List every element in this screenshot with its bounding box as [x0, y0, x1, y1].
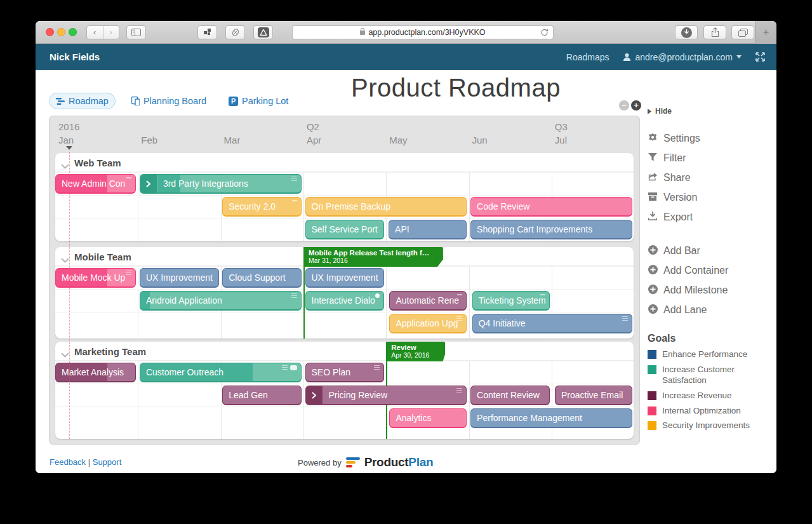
feedback-link[interactable]: Feedback [50, 457, 86, 467]
bar-label: Application Upg [396, 318, 458, 328]
roadmap-bar[interactable]: Self Service Port [305, 220, 385, 239]
add-container-button[interactable]: Add Container [648, 264, 775, 277]
add-lane-button[interactable]: Add Lane [648, 304, 775, 316]
chevron-down-icon[interactable] [61, 254, 69, 265]
milestone-flag[interactable]: ReviewApr 30, 2016 [386, 342, 445, 361]
roadmap-bar[interactable]: Application Upg [389, 314, 467, 333]
minimize-window-button[interactable] [57, 28, 65, 36]
share-page-button[interactable] [703, 25, 726, 39]
lane-header: Web Team [55, 153, 634, 172]
roadmap-bar[interactable]: Pricing Review [305, 386, 467, 405]
extension-button-grid[interactable] [197, 25, 217, 39]
dot-icon[interactable] [375, 293, 380, 298]
version-button[interactable]: Version [648, 191, 775, 204]
roadmap-bar[interactable]: API [389, 220, 467, 239]
sidebar-toggle-button[interactable] [126, 25, 146, 39]
roadmap-bar[interactable]: Performance Management [470, 408, 632, 428]
roadmap-bar[interactable]: Automatic Rene [389, 291, 467, 311]
hide-sidebar-button[interactable]: Hide [648, 107, 775, 116]
plus-circle-icon [648, 245, 658, 257]
roadmap-bar[interactable]: 3rd Party Integrations [140, 174, 302, 194]
forward-button[interactable]: › [103, 26, 119, 39]
address-bar[interactable]: app.productplan.com/3H0yVKKO [292, 25, 554, 39]
roadmap-bar[interactable]: UX Improvement [305, 268, 385, 288]
chevron-down-icon[interactable] [61, 160, 69, 171]
fullscreen-icon[interactable] [755, 52, 765, 62]
bar-label: Interactive Dialo [312, 295, 375, 306]
hide-label: Hide [655, 107, 672, 116]
bar-label: Shopping Cart Improvements [477, 224, 592, 234]
new-tab-button[interactable]: + [755, 21, 776, 44]
tab-planning-board[interactable]: Planning Board [125, 93, 213, 109]
roadmap-bar[interactable]: Customer Outreach [140, 363, 302, 382]
zoom-in-button[interactable]: + [631, 100, 641, 111]
share-button[interactable]: Share [648, 171, 775, 184]
export-button[interactable]: Export [648, 211, 775, 224]
roadmap-bar[interactable]: Android Application [140, 291, 302, 311]
roadmap-bar[interactable]: Q4 Initiative [472, 314, 632, 333]
menu-icon[interactable] [456, 388, 462, 393]
productplan-logo-icon [346, 457, 360, 467]
roadmap-bar[interactable]: Lead Gen [222, 386, 302, 405]
roadmap-bar[interactable]: Security 2.0 [222, 197, 302, 217]
dash-icon[interactable] [540, 294, 545, 295]
lane-row: Self Service PortAPIShopping Cart Improv… [55, 218, 634, 241]
roadmap-bar[interactable]: Analytics [389, 408, 467, 428]
roadmap-bar[interactable]: Content Review [470, 386, 550, 405]
roadmap-bar[interactable]: SEO Plan [305, 363, 385, 382]
lane-row: Market AnalysisCustomer OutreachSEO Plan [55, 361, 634, 384]
goal-legend-item: Enhance Performance [648, 349, 775, 360]
expand-arrow-segment[interactable] [306, 386, 323, 404]
roadmap-bar[interactable]: Code Review [470, 197, 632, 217]
close-window-button[interactable] [46, 28, 54, 36]
account-menu[interactable]: andre@productplan.com [623, 52, 742, 62]
tab-parking-lot[interactable]: P Parking Lot [222, 93, 295, 109]
menu-icon[interactable] [456, 316, 462, 321]
extension-button-bug[interactable] [225, 25, 245, 39]
bubble-icon[interactable] [290, 365, 297, 370]
dash-icon[interactable] [126, 177, 131, 178]
bar-label: SEO Plan [312, 367, 350, 377]
menu-icon[interactable] [282, 365, 288, 370]
zoom-out-button[interactable]: − [619, 100, 629, 111]
settings-label: Settings [663, 133, 700, 144]
roadmap-bar[interactable]: UX Improvement [140, 268, 219, 288]
dash-icon[interactable] [457, 294, 462, 295]
add-milestone-button[interactable]: Add Milestone [648, 284, 775, 297]
filter-icon [648, 152, 658, 164]
bar-label: Analytics [396, 413, 431, 423]
bar-label: Code Review [477, 201, 529, 212]
add-bar-button[interactable]: Add Bar [648, 245, 775, 257]
extension-button-warning[interactable] [253, 25, 273, 39]
menu-icon[interactable] [291, 177, 297, 182]
menu-icon[interactable] [291, 293, 297, 299]
roadmap-bar[interactable]: On Premise Backup [305, 197, 467, 217]
expand-arrow-segment[interactable] [140, 175, 157, 192]
roadmap-bar[interactable]: Interactive Dialo [305, 291, 385, 311]
tab-roadmap[interactable]: Roadmap [49, 93, 116, 109]
menu-icon[interactable] [374, 365, 380, 370]
roadmap-bar[interactable]: Shopping Cart Improvements [470, 220, 632, 239]
reload-button[interactable] [540, 28, 549, 39]
nav-link-roadmaps[interactable]: Roadmaps [566, 52, 609, 62]
settings-button[interactable]: Settings [648, 132, 775, 145]
tab-overview-button[interactable] [731, 25, 754, 39]
downloads-button[interactable] [675, 25, 698, 39]
roadmap-bar[interactable]: New Admin Con [55, 174, 136, 194]
roadmap-bar[interactable]: Cloud Support [222, 268, 302, 288]
tab-planning-board-label: Planning Board [143, 96, 206, 106]
roadmap-bar[interactable]: Ticketing System [472, 291, 550, 311]
support-link[interactable]: Support [93, 457, 122, 467]
roadmap-bar[interactable]: Market Analysis [55, 363, 136, 382]
milestone-flag[interactable]: Mobile App Release Test length f…Mar 31,… [303, 247, 443, 267]
zoom-window-button[interactable] [69, 28, 77, 36]
roadmap-bar[interactable]: Mobile Mock Up [55, 268, 136, 288]
chevron-down-icon[interactable] [61, 349, 69, 360]
back-button[interactable]: ‹ [87, 26, 103, 39]
menu-icon[interactable] [126, 271, 131, 276]
menu-icon[interactable] [622, 316, 628, 321]
dash-icon[interactable] [292, 200, 297, 201]
roadmap-bar[interactable]: Proactive Email [555, 386, 632, 405]
lane-header: Marketing Team [55, 342, 634, 361]
filter-button[interactable]: Filter [648, 152, 775, 165]
